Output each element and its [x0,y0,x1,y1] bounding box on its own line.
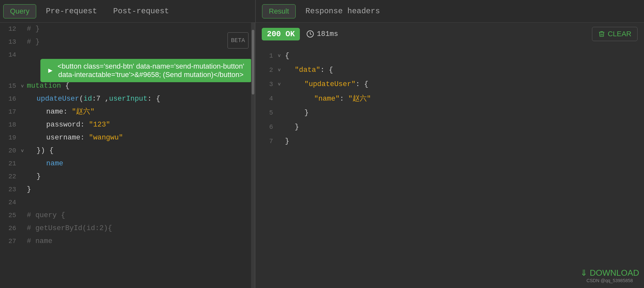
download-button[interactable]: ⇓ DOWNLOAD CSDN @qq_53985858 [580,268,639,283]
result-line-6: 6 } [255,120,644,134]
code-line-23: 23 } [0,183,255,196]
result-line-5: 5 } [255,105,644,120]
left-scrollbar-thumb[interactable] [252,30,254,94]
code-line-17: 17 name: "赵六" [0,105,255,118]
send-btn-row: ► <button class='send-btn' data-name='se… [0,61,255,80]
tab-pre-request[interactable]: Pre-request [39,4,103,18]
code-line-21: 21 name [0,157,255,170]
query-editor[interactable]: 12 # } 13 # } BETA 14 ► <button class='s… [0,23,255,288]
main-content: 12 # } 13 # } BETA 14 ► <button class='s… [0,23,644,288]
code-line-26: 26 # getUserById(id:2){ [0,222,255,235]
download-icon: ⇓ DOWNLOAD [580,268,639,278]
code-line-27: 27 # name [0,235,255,248]
right-tabs: Result Response headers [255,0,644,22]
result-line-7: 7 } [255,134,644,148]
result-line-2: 2 v "data": { [255,63,644,77]
result-line-3: 3 v "updateUser": { [255,77,644,91]
clock-icon [306,30,314,38]
code-line-25: 25 # query { [0,209,255,222]
left-panel: 12 # } 13 # } BETA 14 ► <button class='s… [0,23,255,288]
code-line-12: 12 # } [0,23,255,36]
result-line-4: 4 "name": "赵六" [255,91,644,105]
result-header: 200 OK 181ms CLEAR [255,23,644,45]
send-mutation-button[interactable]: ► <button class='send-btn' data-name='se… [40,59,252,82]
tab-post-request[interactable]: Post-request [107,4,175,18]
clear-button[interactable]: CLEAR [592,27,638,41]
result-viewer: 1 v { 2 v "data": { 3 v "updateUser": { … [255,45,644,288]
result-line-1: 1 v { [255,49,644,63]
send-icon: ► [47,66,54,75]
left-scrollbar[interactable] [251,23,255,288]
tab-bar: Query Pre-request Post-request Result Re… [0,0,644,23]
tab-result[interactable]: Result [262,4,296,18]
tab-query[interactable]: Query [3,4,36,18]
code-line-19: 19 username: "wangwu" [0,131,255,144]
timing-value: 181ms [317,30,338,38]
right-panel: 200 OK 181ms CLEAR 1 [255,23,644,288]
code-line-15: 15 v mutation { [0,80,255,93]
download-sub-label: CSDN @qq_53985858 [586,278,633,283]
status-badge: 200 OK [262,28,300,40]
code-line-24: 24 [0,196,255,209]
code-line-20: 20 v }) { [0,144,255,157]
trash-icon [598,30,605,38]
clear-label: CLEAR [608,30,631,38]
left-tabs: Query Pre-request Post-request [0,0,255,22]
code-line-13: 13 # } BETA [0,36,255,49]
code-line-16: 16 updateUser(id:7 ,userInput: { [0,93,255,105]
code-line-22: 22 } [0,170,255,183]
timing-badge: 181ms [306,30,338,38]
code-line-18: 18 password: "123" [0,118,255,131]
beta-badge: BETA [227,32,248,49]
tab-response-headers[interactable]: Response headers [299,4,386,18]
